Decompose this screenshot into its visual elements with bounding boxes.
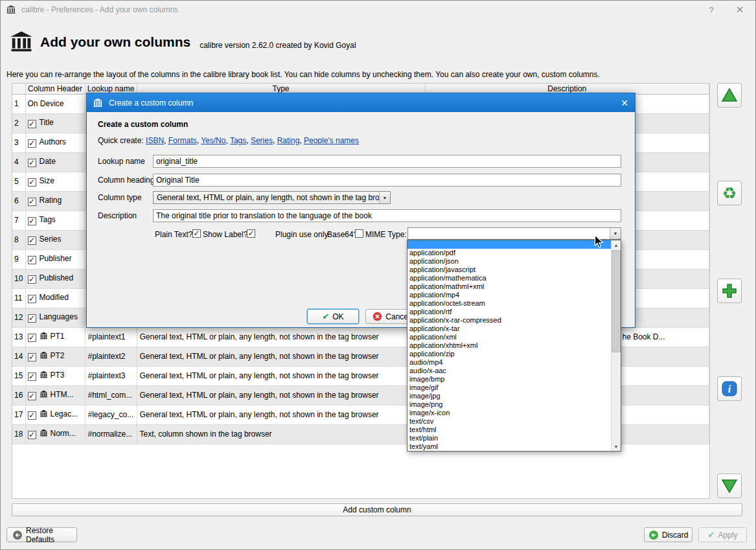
mime-option[interactable]: application/zip: [407, 350, 611, 358]
column-info-button[interactable]: i: [717, 376, 742, 401]
show-label-checkbox[interactable]: ✓: [247, 229, 255, 238]
move-column-down-button[interactable]: [717, 474, 742, 498]
dialog-titlebar: Create a custom column ✕: [87, 93, 635, 112]
mime-option[interactable]: audio/x-aac: [407, 367, 611, 375]
mime-option[interactable]: application/xml: [407, 333, 611, 341]
restore-defaults-button[interactable]: Restore Defaults: [6, 527, 77, 542]
row-checkbox[interactable]: ✓: [28, 139, 36, 148]
type-cell: General text, HTML or plain, any length,…: [137, 327, 425, 347]
lookup-name-input[interactable]: [153, 155, 621, 168]
mime-option[interactable]: application/json: [407, 257, 611, 266]
quick-create-link[interactable]: Formats: [168, 136, 197, 145]
column-name: Languages: [40, 312, 78, 321]
row-number: 18: [12, 424, 25, 444]
recycle-icon: ♻: [722, 185, 737, 201]
row-checkbox[interactable]: ✓: [28, 295, 36, 303]
mime-option[interactable]: image/jpg: [407, 392, 611, 400]
quick-create-link[interactable]: People's names: [304, 136, 359, 145]
mime-option[interactable]: text/html: [407, 426, 611, 434]
description-input[interactable]: [153, 209, 621, 222]
mime-type-select[interactable]: ▼: [407, 227, 621, 240]
plugin-use-only-label: Plugin use only:: [275, 230, 330, 239]
mime-option[interactable]: text/yaml: [407, 442, 611, 451]
reset-columns-button[interactable]: ♻: [717, 181, 742, 205]
row-checkbox[interactable]: ✓: [28, 392, 36, 400]
mime-option[interactable]: application/mathematica: [407, 274, 611, 282]
add-column-button[interactable]: [717, 279, 742, 303]
mime-option[interactable]: audio/mp4: [407, 358, 611, 367]
mime-option[interactable]: application/mathml+xml: [407, 282, 611, 291]
row-checkbox[interactable]: ✓: [28, 314, 36, 323]
add-custom-column-button[interactable]: Add custom column: [12, 503, 742, 516]
window-close-button[interactable]: ✕: [726, 0, 753, 19]
calibre-dialog-icon: [93, 98, 103, 108]
row-checkbox[interactable]: ✓: [28, 217, 36, 225]
base64-checkbox[interactable]: [355, 229, 363, 238]
mime-option[interactable]: application/xhtml+xml: [407, 341, 611, 350]
mime-option[interactable]: image/gif: [407, 384, 611, 392]
plus-icon: [721, 282, 738, 299]
row-checkbox[interactable]: ✓: [28, 120, 36, 128]
row-checkbox[interactable]: ✓: [28, 236, 36, 245]
scrollbar-thumb[interactable]: [612, 250, 621, 352]
row-checkbox[interactable]: ✓: [28, 431, 36, 439]
row-number: 4: [12, 152, 25, 172]
lookup-name-cell: #plaintext1: [85, 327, 137, 347]
row-checkbox[interactable]: ✓: [28, 159, 36, 167]
column-heading-input[interactable]: [153, 174, 621, 187]
move-column-up-button[interactable]: [717, 83, 742, 108]
mime-option[interactable]: application/octet-stream: [407, 299, 611, 308]
window-help-button[interactable]: ?: [698, 0, 725, 19]
lookup-name-label: Lookup name: [98, 157, 145, 166]
discard-button[interactable]: Discard: [644, 527, 693, 542]
columns-icon: [40, 409, 48, 418]
mime-option[interactable]: [407, 240, 611, 249]
row-checkbox[interactable]: ✓: [28, 178, 36, 187]
scrollbar[interactable]: ▲ ▼: [611, 240, 621, 451]
mime-option[interactable]: application/x-tar: [407, 325, 611, 333]
columns-icon: [40, 390, 48, 398]
quick-create-link[interactable]: ISBN: [146, 136, 164, 145]
quick-create-link[interactable]: Tags: [230, 136, 246, 145]
row-checkbox[interactable]: ✓: [28, 275, 36, 284]
quick-create-link[interactable]: Rating: [277, 136, 300, 145]
row-number: 8: [12, 230, 25, 249]
row-checkbox[interactable]: ✓: [28, 372, 36, 381]
table-header-column-header[interactable]: Column Header: [25, 84, 85, 94]
row-checkbox[interactable]: ✓: [28, 256, 36, 264]
row-number: 5: [12, 172, 25, 191]
page-header: Add your own columns calibre version 2.6…: [9, 29, 356, 55]
scroll-down-button[interactable]: ▼: [612, 442, 621, 451]
chevron-down-icon: ▼: [379, 192, 390, 203]
quick-create-link[interactable]: Series: [251, 136, 273, 145]
row-checkbox[interactable]: ✓: [28, 334, 36, 342]
apply-button[interactable]: ✔ Apply: [698, 527, 747, 542]
column-type-select[interactable]: General text, HTML or plain, any length,…: [153, 191, 391, 204]
mime-option[interactable]: image/bmp: [407, 375, 611, 384]
columns-icon: [40, 429, 48, 437]
dialog-close-button[interactable]: ✕: [621, 93, 628, 112]
mime-option[interactable]: application/x-rar-compressed: [407, 316, 611, 325]
row-checkbox[interactable]: ✓: [28, 198, 36, 206]
mime-option[interactable]: text/plain: [407, 434, 611, 442]
row-checkbox[interactable]: ✓: [28, 411, 36, 420]
mime-option[interactable]: application/pdf: [407, 249, 611, 257]
quick-create-link[interactable]: Yes/No: [201, 136, 225, 145]
type-cell: General text, HTML or plain, any length,…: [137, 405, 425, 424]
row-checkbox[interactable]: ✓: [28, 353, 36, 361]
mime-option[interactable]: image/png: [407, 400, 611, 409]
mime-option[interactable]: application/javascript: [407, 266, 611, 274]
mime-option[interactable]: application/mp4: [407, 291, 611, 299]
down-arrow-icon: [721, 477, 738, 494]
mime-option[interactable]: image/x-icon: [407, 409, 611, 417]
scroll-up-button[interactable]: ▲: [612, 240, 621, 249]
plain-text-checkbox[interactable]: ✓: [192, 229, 201, 238]
row-number: 2: [12, 113, 25, 133]
column-name: On Device: [28, 99, 64, 108]
row-number: 7: [12, 211, 25, 230]
column-name: PT2: [51, 351, 65, 360]
mime-option[interactable]: text/csv: [407, 417, 611, 426]
mime-option[interactable]: application/rtf: [407, 308, 611, 316]
ok-button[interactable]: ✔ OK: [307, 309, 359, 324]
column-name: Norm...: [51, 429, 76, 438]
